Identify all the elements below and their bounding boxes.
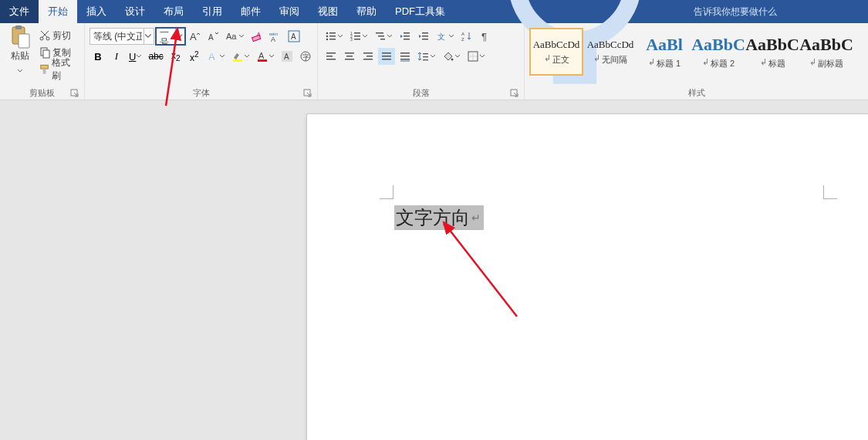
italic-button[interactable]: I	[108, 48, 125, 65]
borders-button[interactable]	[464, 48, 488, 65]
paste-label: 粘贴	[11, 49, 29, 63]
svg-rect-70	[423, 53, 428, 54]
grow-font-button[interactable]: A	[187, 28, 204, 45]
font-name-combo[interactable]: 等线 (中文正文)	[90, 28, 154, 45]
svg-point-34	[326, 39, 329, 41]
style-preview: AaBbCcDd	[587, 39, 634, 51]
bucket-icon	[442, 50, 454, 63]
align-right-button[interactable]	[360, 48, 377, 65]
align-justify-button[interactable]	[378, 48, 395, 65]
text-effects-button[interactable]: A	[204, 48, 228, 65]
svg-rect-39	[354, 36, 360, 37]
phonetic-guide-button[interactable]: wénA	[267, 28, 284, 45]
selected-text[interactable]: 文字方向 ↵	[394, 205, 484, 230]
shading-button[interactable]	[440, 48, 463, 65]
style-item[interactable]: AaBbCcDd↲ 无间隔	[583, 28, 637, 76]
style-item[interactable]: AaBbC↲ 标题	[745, 28, 799, 76]
decrease-indent-button[interactable]	[397, 28, 414, 45]
char-shading-icon: A	[281, 50, 293, 63]
ribbon: 粘贴 剪切 复制 格式刷 剪贴板	[0, 23, 868, 100]
numbering-button[interactable]: 123	[347, 28, 370, 45]
tab-pdftools[interactable]: PDF工具集	[386, 0, 454, 23]
paragraph-mark-icon: ↲	[648, 57, 655, 67]
svg-rect-47	[404, 39, 410, 40]
tab-layout[interactable]: 布局	[154, 0, 193, 23]
bullets-icon	[325, 30, 337, 42]
svg-text:Aa: Aa	[226, 32, 237, 41]
group-font-label: 字体	[193, 87, 210, 99]
tab-design[interactable]: 设计	[116, 0, 154, 23]
svg-point-30	[326, 32, 329, 35]
subscript-button[interactable]: x2	[167, 48, 184, 65]
align-center-button[interactable]	[341, 48, 358, 65]
align-center-icon	[343, 50, 356, 63]
shrink-font-button[interactable]: A	[205, 28, 222, 45]
highlight-button[interactable]	[229, 48, 252, 65]
style-item[interactable]: AaBbCcDd↲ 正文	[529, 28, 583, 76]
style-name-label: 标题 2	[711, 58, 735, 69]
clear-formatting-button[interactable]: A	[248, 28, 265, 45]
svg-rect-31	[329, 32, 336, 34]
svg-rect-58	[345, 52, 354, 54]
svg-rect-4	[19, 34, 29, 48]
styles-gallery[interactable]: AaBbCcDd↲ 正文AaBbCcDd↲ 无间隔AaBl↲ 标题 1AaBbC…	[529, 25, 853, 76]
cut-button[interactable]: 剪切	[37, 28, 79, 43]
change-case-button[interactable]: Aa	[224, 28, 247, 45]
svg-rect-49	[422, 36, 428, 37]
tell-me-search[interactable]: 告诉我你想要做什么	[459, 0, 777, 23]
tab-home[interactable]: 开始	[39, 0, 77, 23]
font-launcher-icon[interactable]	[303, 89, 312, 98]
enclose-chars-button[interactable]: 字	[297, 48, 314, 65]
distributed-button[interactable]	[397, 48, 414, 65]
style-name-label: 标题 1	[657, 58, 681, 69]
superscript-button[interactable]: x2	[186, 48, 203, 65]
font-color-button[interactable]: A	[254, 48, 277, 65]
svg-rect-9	[41, 65, 48, 69]
multilevel-list-button[interactable]	[372, 28, 395, 45]
tab-review[interactable]: 审阅	[270, 0, 309, 23]
character-border-button[interactable]: A	[285, 28, 302, 45]
svg-rect-46	[404, 36, 410, 37]
bold-button[interactable]: B	[90, 48, 106, 65]
line-spacing-icon	[417, 50, 430, 63]
paste-dropdown-icon[interactable]	[17, 63, 23, 80]
tab-insert[interactable]: 插入	[77, 0, 116, 23]
tab-mailings[interactable]: 邮件	[231, 0, 270, 23]
increase-indent-button[interactable]	[415, 28, 432, 45]
clipboard-launcher-icon[interactable]	[70, 89, 79, 98]
align-left-button[interactable]	[323, 48, 339, 65]
outdent-icon	[399, 30, 411, 42]
underline-button[interactable]: U	[127, 48, 144, 65]
strikethrough-button[interactable]: abc	[146, 48, 165, 65]
paste-button[interactable]: 粘贴	[5, 25, 35, 80]
selected-text-value: 文字方向	[396, 205, 470, 230]
svg-text:A: A	[258, 51, 265, 60]
sort-button[interactable]: AZ	[458, 28, 475, 45]
text-effects-icon: A	[207, 50, 219, 63]
asian-layout-button[interactable]: 文	[434, 28, 457, 45]
tab-references[interactable]: 引用	[193, 0, 231, 23]
char-shading-button[interactable]: A	[279, 48, 296, 65]
svg-point-32	[326, 36, 329, 38]
line-spacing-button[interactable]	[415, 48, 438, 65]
style-item[interactable]: AaBl↲ 标题 1	[637, 28, 691, 76]
show-marks-button[interactable]: ¶	[477, 28, 494, 45]
svg-rect-60	[345, 59, 354, 60]
style-preview: AaBbC	[799, 35, 853, 55]
format-painter-button[interactable]: 格式刷	[37, 62, 79, 77]
svg-rect-33	[329, 36, 336, 37]
document-page[interactable]: 文字方向 ↵	[307, 114, 868, 440]
tab-file[interactable]: 文件	[0, 0, 39, 23]
style-item[interactable]: AaBbC↲ 标题 2	[691, 28, 745, 76]
svg-rect-55	[326, 52, 336, 54]
style-item[interactable]: AaBbC↲ 副标题	[799, 28, 853, 76]
group-clipboard-label: 剪贴板	[29, 87, 55, 99]
paragraph-launcher-icon[interactable]	[510, 89, 519, 98]
tab-help[interactable]: 帮助	[347, 0, 386, 23]
multilevel-icon	[374, 30, 387, 42]
style-preview: AaBl	[646, 35, 683, 55]
chevron-down-icon	[144, 28, 152, 45]
font-size-combo[interactable]: 二号	[156, 28, 185, 45]
tab-view[interactable]: 视图	[309, 0, 347, 23]
bullets-button[interactable]	[323, 28, 346, 45]
